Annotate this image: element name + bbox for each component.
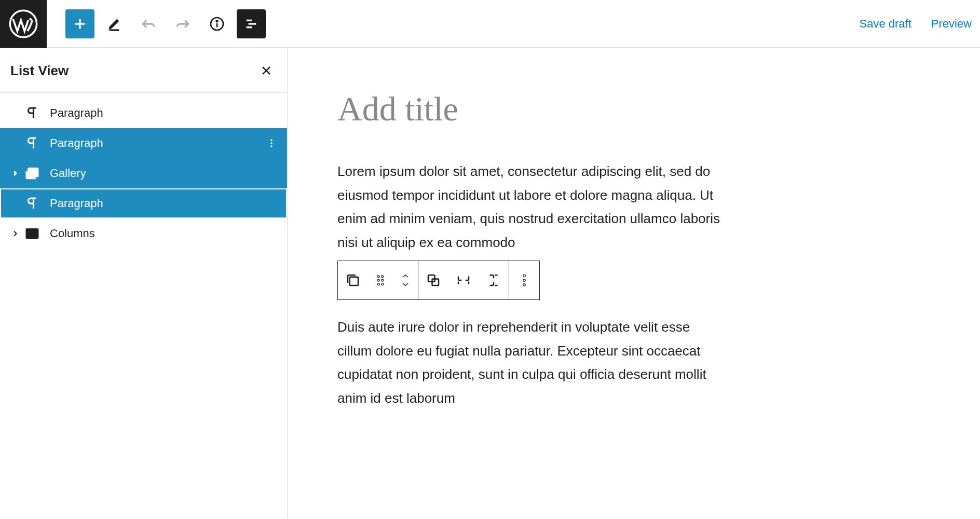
toolbar-group-transform [338,261,418,299]
svg-point-24 [382,283,384,285]
block-type-button[interactable] [338,261,368,299]
topbar-actions: Save draft Preview [859,17,980,31]
undo-button[interactable] [134,9,163,38]
svg-point-28 [523,279,526,282]
expand-toggle[interactable] [7,169,23,177]
svg-point-19 [377,276,379,278]
svg-point-12 [271,140,273,141]
svg-point-21 [377,279,379,281]
gallery-icon [23,164,42,183]
details-button[interactable] [202,9,232,38]
save-draft-button[interactable]: Save draft [859,17,911,31]
svg-point-29 [523,284,526,286]
svg-point-6 [216,20,218,22]
list-view-panel: List View Paragraph Paragraph [0,48,288,519]
list-view-toggle-button[interactable] [237,9,266,38]
wordpress-logo[interactable] [0,0,47,48]
more-options-button[interactable] [509,261,539,299]
row-button[interactable] [448,261,479,299]
svg-point-14 [271,146,273,147]
drag-handle[interactable] [368,261,393,299]
main-area: List View Paragraph Paragraph [0,48,980,519]
svg-point-13 [271,143,273,144]
list-view-header: List View [0,48,287,93]
close-list-view-button[interactable] [256,60,277,81]
stack-button[interactable] [479,261,509,299]
editor-canvas[interactable]: Add title Lorem ipsum dolor sit amet, co… [288,48,980,519]
tree-label: Columns [50,227,95,240]
tree-label: Paragraph [50,136,103,150]
expand-toggle[interactable] [7,229,23,238]
list-view-title: List View [10,63,69,79]
redo-button[interactable] [168,9,197,38]
paragraph-icon [23,194,42,213]
row-options-button[interactable] [262,134,281,153]
svg-point-23 [377,283,379,285]
tree-label: Paragraph [50,106,103,120]
move-up-down[interactable] [393,261,418,299]
toolbar-group-more [509,261,539,299]
svg-point-27 [523,275,526,277]
toolbar-group-actions [418,261,509,299]
tree-label: Paragraph [50,197,103,210]
chevron-down-icon[interactable] [401,281,410,288]
paragraph-block[interactable]: Lorem ipsum dolor sit amet, consectetur … [337,160,722,254]
svg-point-22 [382,279,384,281]
group-button[interactable] [418,261,448,299]
block-toolbar [337,261,540,300]
block-tree: Paragraph Paragraph Gallery [0,93,287,249]
tree-row-paragraph[interactable]: Paragraph [0,188,287,218]
tree-row-paragraph[interactable]: Paragraph [0,128,287,158]
preview-button[interactable]: Preview [931,17,972,31]
svg-rect-18 [350,277,358,285]
add-block-button[interactable] [65,9,94,38]
post-title-input[interactable]: Add title [337,89,930,129]
paragraph-icon [23,134,42,153]
columns-icon [23,224,42,243]
editor-toolbar [47,9,266,38]
top-toolbar: Save draft Preview [0,0,980,48]
tree-row-gallery[interactable]: Gallery [0,158,287,188]
svg-point-20 [382,276,384,278]
paragraph-icon [23,104,42,122]
edit-tool-button[interactable] [100,9,129,38]
paragraph-block[interactable]: Duis aute irure dolor in reprehenderit i… [337,316,722,410]
tree-label: Gallery [50,167,86,180]
tree-row-columns[interactable]: Columns [0,218,287,249]
chevron-up-icon[interactable] [401,273,410,279]
tree-row-paragraph[interactable]: Paragraph [0,98,287,128]
